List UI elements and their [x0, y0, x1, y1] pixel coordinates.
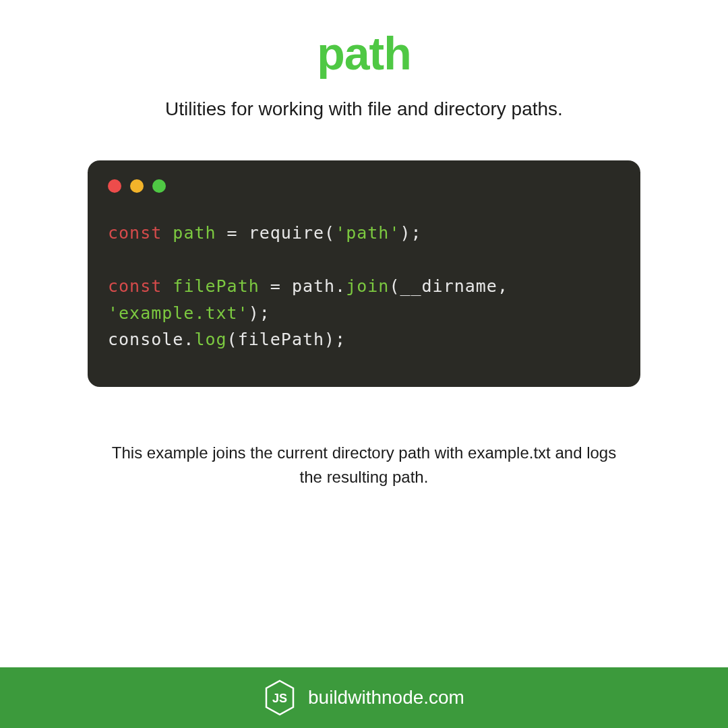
footer: JS buildwithnode.com: [0, 667, 728, 728]
page-subtitle: Utilities for working with file and dire…: [165, 98, 563, 120]
nodejs-logo-icon: JS: [264, 679, 296, 716]
code-text: = require(: [216, 223, 336, 243]
description-text: This example joins the current directory…: [101, 441, 627, 489]
code-function: log: [194, 330, 226, 349]
code-block: const path = require('path'); const file…: [108, 220, 620, 353]
code-keyword: const: [108, 276, 162, 296]
footer-link-text: buildwithnode.com: [308, 687, 464, 708]
code-string: 'path': [335, 223, 400, 243]
page-title: path: [317, 27, 411, 80]
main-content: path Utilities for working with file and…: [0, 0, 728, 667]
code-keyword: const: [108, 223, 162, 243]
code-window: const path = require('path'); const file…: [88, 160, 640, 387]
code-text: (__dirname,: [389, 276, 519, 296]
code-text: = path.: [260, 276, 346, 296]
code-text: console.: [108, 330, 194, 349]
logo-text: JS: [272, 692, 287, 705]
window-controls: [108, 179, 620, 193]
code-text: (filePath);: [227, 330, 346, 349]
code-variable: filePath: [173, 276, 259, 296]
code-text: );: [249, 303, 270, 323]
code-text: );: [400, 223, 421, 243]
code-string: 'example.txt': [108, 303, 249, 323]
minimize-icon: [130, 179, 144, 193]
code-variable: path: [173, 223, 216, 243]
maximize-icon: [152, 179, 166, 193]
close-icon: [108, 179, 121, 193]
code-function: join: [346, 276, 389, 296]
